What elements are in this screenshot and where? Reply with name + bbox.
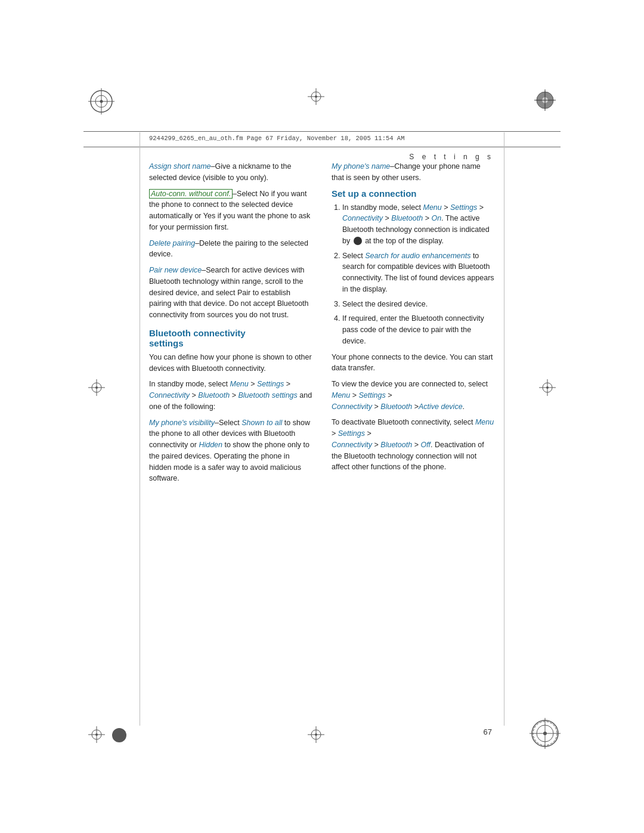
my-phones-name-para: My phone's name–Change your phone name t… (332, 161, 495, 184)
bt-menu-link: Menu (230, 380, 249, 388)
main-content: Assign short name–Give a nickname to the… (149, 161, 495, 489)
two-column-layout: Assign short name–Give a nickname to the… (149, 161, 495, 489)
step-3: Select the desired device. (342, 299, 495, 310)
deact-connectivity: Connectivity (332, 441, 372, 449)
deact-settings: Settings (338, 429, 365, 438)
view-connectivity: Connectivity (332, 402, 372, 411)
view-active-device: Active device (419, 402, 463, 411)
auto-conn-para: Auto-conn. without conf.–Select No if yo… (149, 188, 312, 233)
vline-left (140, 132, 140, 726)
step1-on: On (431, 214, 441, 222)
file-info: 9244299_6265_en_au_oth.fm Page 67 Friday… (149, 135, 404, 142)
bt-section-body: You can define how your phone is shown t… (149, 352, 312, 374)
connected-text: Your phone connects to the device. You c… (332, 352, 495, 374)
view-menu: Menu (332, 391, 350, 400)
reg-mark-top-center (308, 88, 324, 107)
deact-off: Off (420, 441, 431, 449)
step-1: In standby mode, select Menu > Settings … (342, 202, 495, 247)
shown-to-all-label: Shown to all (242, 419, 282, 427)
page-number: 67 (484, 727, 492, 736)
bt-settings-link: Settings (257, 380, 284, 388)
bt-connectivity-link: Connectivity (149, 391, 190, 400)
deco-circle-bottom-left (112, 728, 126, 742)
step-2: Select Search for audio enhancements to … (342, 250, 495, 295)
assign-short-name-para: Assign short name–Give a nickname to the… (149, 161, 312, 184)
step-4: If required, enter the Bluetooth connect… (342, 313, 495, 346)
step1-settings: Settings (450, 203, 477, 212)
deact-bluetooth: Bluetooth (380, 441, 412, 449)
delete-pairing-label: Delete pairing (149, 239, 195, 247)
view-settings: Settings (359, 391, 386, 400)
right-column: My phone's name–Change your phone name t… (332, 161, 495, 489)
reg-mark-left-mid (88, 379, 105, 398)
pair-new-device-para: Pair new device–Search for active device… (149, 265, 312, 321)
deact-menu: Menu (475, 418, 494, 426)
bt-settings-link2: Bluetooth settings (238, 391, 297, 400)
setup-steps-list: In standby mode, select Menu > Settings … (332, 202, 495, 347)
step1-connectivity: Connectivity (342, 214, 383, 222)
reg-mark-top-left (88, 88, 114, 116)
delete-pairing-para: Delete pairing–Delete the pairing to the… (149, 238, 312, 261)
left-column: Assign short name–Give a nickname to the… (149, 161, 312, 489)
header-rule-top (83, 131, 561, 132)
reg-mark-bottom-center (308, 726, 324, 745)
reg-mark-bottom-right (530, 718, 561, 751)
reg-mark-bottom-left (88, 726, 105, 745)
deactivate-para: To deactivate Bluetooth connectivity, se… (332, 417, 495, 473)
auto-conn-label: Auto-conn. without conf. (149, 189, 233, 199)
view-device-para: To view the device you are connected to,… (332, 379, 495, 412)
step2-search-label: Search for audio enhancements (365, 252, 470, 260)
my-phones-visibility-para: My phone's visibility–Select Shown to al… (149, 417, 312, 485)
my-phones-visibility-label: My phone's visibility (149, 419, 215, 427)
bt-icon (354, 237, 362, 245)
my-phones-name-label: My phone's name (332, 162, 390, 171)
reg-mark-right-mid (539, 379, 556, 398)
assign-short-name-label: Assign short name (149, 162, 211, 171)
view-bluetooth: Bluetooth (380, 402, 412, 411)
bt-connectivity-heading: Bluetooth connectivitysettings (149, 328, 312, 348)
pair-new-device-label: Pair new device (149, 266, 202, 274)
setup-connection-heading: Set up a connection (332, 188, 495, 199)
step1-menu: Menu (423, 203, 442, 212)
header-rule-bottom (83, 147, 561, 147)
step1-bluetooth: Bluetooth (391, 214, 423, 222)
settings-label: S e t t i n g s (409, 153, 494, 161)
hidden-label: Hidden (199, 441, 222, 449)
bt-standby-path: In standby mode, select Menu > Settings … (149, 379, 312, 412)
bt-bluetooth-link: Bluetooth (198, 391, 230, 400)
vline-right (504, 132, 504, 726)
reg-mark-top-right (534, 89, 556, 113)
